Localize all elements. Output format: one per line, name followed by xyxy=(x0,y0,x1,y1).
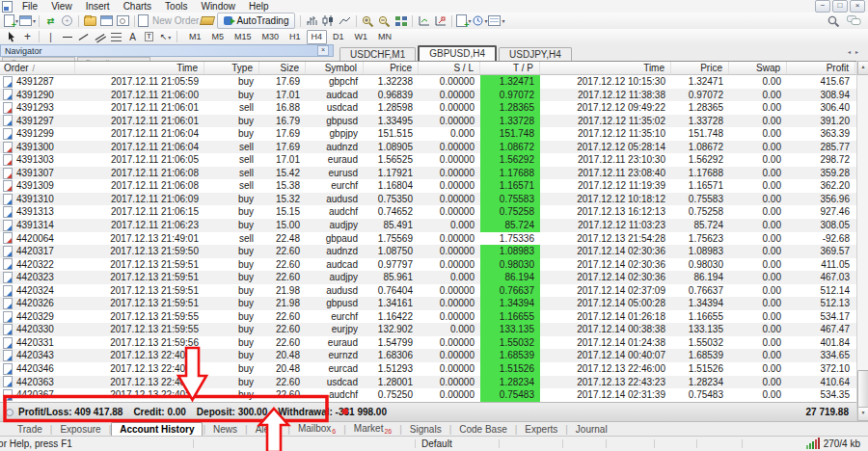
timeframe-h1[interactable]: H1 xyxy=(285,30,306,44)
column-header-t-p[interactable]: T / P xyxy=(480,62,540,74)
history-row[interactable]: 43913032017.12.11 21:06:05sell17.01eurau… xyxy=(0,153,856,167)
chart-tab-usdchf-m1[interactable]: USDCHF,M1 xyxy=(339,47,416,61)
history-row[interactable]: 43913142017.12.11 21:06:23buy15.00audjpy… xyxy=(0,219,856,232)
history-row[interactable]: 43913002017.12.11 21:06:04sell17.69audnz… xyxy=(0,141,856,154)
history-row[interactable]: 44203432017.12.13 22:40:00buy20.48eurnzd… xyxy=(0,349,856,362)
history-row[interactable]: 44203672017.12.13 22:40:01buy22.60audchf… xyxy=(0,388,856,402)
column-header-price[interactable]: Price xyxy=(364,62,419,74)
history-row[interactable]: 43913102017.12.11 21:06:09buy15.32audusd… xyxy=(0,193,856,206)
minimize-button[interactable]: − xyxy=(815,0,830,13)
menu-window[interactable]: Window xyxy=(194,1,242,12)
scroll-down-icon[interactable]: ▼ xyxy=(857,407,868,421)
history-row[interactable]: 44203172017.12.13 21:59:50buy22.60audnzd… xyxy=(0,245,856,258)
column-header-profit-close[interactable]: Profit xyxy=(787,62,855,74)
column-header-type[interactable]: Type xyxy=(204,62,259,74)
search-icon[interactable] xyxy=(826,13,842,28)
tester-button[interactable]: ▾ xyxy=(488,13,504,28)
scroll-up-icon[interactable]: ▲ xyxy=(857,61,868,75)
timeframe-m5[interactable]: M5 xyxy=(207,30,230,44)
market-watch-icon[interactable] xyxy=(98,13,115,28)
chart-tab-gbpusd-h4[interactable]: GBPUSD,H4 xyxy=(418,45,497,61)
column-header-order[interactable]: Order/ xyxy=(0,62,75,74)
tab-market[interactable]: Market26 xyxy=(346,423,399,435)
menu-charts[interactable]: Charts xyxy=(117,1,158,12)
tab-journal[interactable]: Journal xyxy=(568,424,615,435)
menu-file[interactable]: File xyxy=(15,1,44,12)
timeframe-h4[interactable]: H4 xyxy=(307,30,328,44)
column-header-size[interactable]: Size xyxy=(259,62,306,74)
timeframe-m30[interactable]: M30 xyxy=(258,30,285,44)
menu-tools[interactable]: Tools xyxy=(158,1,194,12)
tab-code-base[interactable]: Code Base xyxy=(451,424,514,435)
history-row[interactable]: 44203222017.12.13 21:59:51buy22.60audcad… xyxy=(0,258,856,272)
history-row[interactable]: 43912902017.12.11 21:06:00buy17.01audcad… xyxy=(0,89,856,102)
crosshair-icon[interactable]: + xyxy=(19,30,36,44)
tab-alerts[interactable]: Alerts xyxy=(248,424,288,435)
crosshair-target-icon[interactable]: + xyxy=(59,13,75,28)
new-chart-button[interactable]: +▾ xyxy=(3,13,19,28)
vertical-line-icon[interactable]: | xyxy=(42,30,59,44)
column-header-price-close[interactable]: Price xyxy=(671,62,729,74)
trendline-icon[interactable] xyxy=(75,30,92,44)
column-header-swap-close[interactable]: Swap xyxy=(729,62,787,74)
navigator-titlebar[interactable]: Navigator × xyxy=(0,44,334,57)
history-row[interactable]: 43913092017.12.11 21:06:08sell15.38eurch… xyxy=(0,179,856,193)
history-row[interactable]: 44203232017.12.13 21:59:51buy22.60audjpy… xyxy=(0,271,856,284)
shapes-button[interactable]: ↖▾ xyxy=(157,30,174,44)
pointer-icon[interactable] xyxy=(3,30,19,44)
timeframe-m1[interactable]: M1 xyxy=(184,30,206,44)
timeframe-mn[interactable]: MN xyxy=(373,30,396,44)
history-row[interactable]: 44203302017.12.13 21:59:55buy22.60eurjpy… xyxy=(0,323,856,336)
autotrading-button[interactable]: AutoTrading xyxy=(217,13,295,29)
tab-experts[interactable]: Experts xyxy=(517,424,565,435)
history-row[interactable]: 44200642017.12.13 21:49:01sell22.48gbpau… xyxy=(0,232,856,246)
column-header-s-l[interactable]: S / L xyxy=(419,62,480,74)
menu-help[interactable]: Help xyxy=(242,1,276,12)
history-row[interactable]: 44203262017.12.13 21:59:51buy21.98gbpusd… xyxy=(0,297,856,310)
fibonacci-icon[interactable] xyxy=(108,30,124,44)
refresh-icon[interactable]: ⇄ xyxy=(42,13,59,28)
menu-insert[interactable]: Insert xyxy=(79,1,117,12)
timeframe-w1[interactable]: W1 xyxy=(350,30,373,44)
history-row[interactable]: 43913072017.12.11 21:06:08sell15.42eurus… xyxy=(0,167,856,180)
horizontal-line-icon[interactable] xyxy=(59,30,75,44)
restore-button[interactable]: □ xyxy=(832,0,848,13)
tile-windows-icon[interactable] xyxy=(393,13,409,28)
history-clock-button[interactable]: ▾ xyxy=(472,13,488,28)
history-row[interactable]: 43912972017.12.11 21:06:01buy16.79gbpusd… xyxy=(0,115,856,128)
cursor-frame-icon[interactable] xyxy=(432,13,448,28)
history-row[interactable]: 43912992017.12.11 21:06:04buy17.69gbpjpy… xyxy=(0,127,856,141)
chart-tab-usdjpy-h4[interactable]: USDJPY,H4 xyxy=(499,47,572,61)
timeframe-m15[interactable]: M15 xyxy=(230,30,257,44)
history-row[interactable]: 43913132017.12.11 21:06:15buy15.15audchf… xyxy=(0,205,856,219)
profiles-folder-icon[interactable] xyxy=(82,13,98,28)
history-row[interactable]: 44203632017.12.13 22:40:00buy22.60usdcad… xyxy=(0,376,856,389)
tab-exposure[interactable]: Exposure xyxy=(52,424,108,435)
new-order-button[interactable]: New Order xyxy=(138,13,199,28)
line-chart-icon[interactable] xyxy=(337,13,353,28)
tab-trade[interactable]: Trade xyxy=(10,424,50,435)
history-row[interactable]: 44203292017.12.13 21:59:55buy22.60eurchf… xyxy=(0,310,856,324)
bar-chart-icon[interactable] xyxy=(304,13,320,28)
label-icon[interactable]: T xyxy=(141,30,157,44)
scrollbar-thumb[interactable] xyxy=(857,370,868,409)
chat-icon[interactable] xyxy=(846,13,862,28)
tab-news[interactable]: News xyxy=(205,424,245,435)
vertical-scrollbar[interactable]: ▲ ▼ xyxy=(856,61,868,421)
tab-mailbox[interactable]: Mailbox6 xyxy=(290,423,343,435)
candlestick-chart-icon[interactable] xyxy=(320,13,337,28)
timeframe-d1[interactable]: D1 xyxy=(328,30,349,44)
channel-icon[interactable] xyxy=(92,30,108,44)
history-row[interactable]: 44203462017.12.13 22:40:00buy20.48eurcad… xyxy=(0,362,856,376)
close-button[interactable]: × xyxy=(850,0,865,13)
tab-scroll-arrows[interactable]: ◄► xyxy=(847,49,862,55)
new-document-button[interactable]: +▾ xyxy=(455,13,472,28)
zoom-out-icon[interactable] xyxy=(376,13,393,28)
column-header-symbol[interactable]: Symbol xyxy=(306,62,364,74)
column-header-time-close[interactable]: Time xyxy=(540,62,671,74)
navigator-close-icon[interactable]: × xyxy=(317,45,329,56)
menu-view[interactable]: View xyxy=(44,1,79,12)
text-icon[interactable]: A xyxy=(124,30,141,44)
profiles-button[interactable]: ▾ xyxy=(19,13,36,28)
history-row[interactable]: 44203242017.12.13 21:59:51buy21.98audusd… xyxy=(0,284,856,298)
